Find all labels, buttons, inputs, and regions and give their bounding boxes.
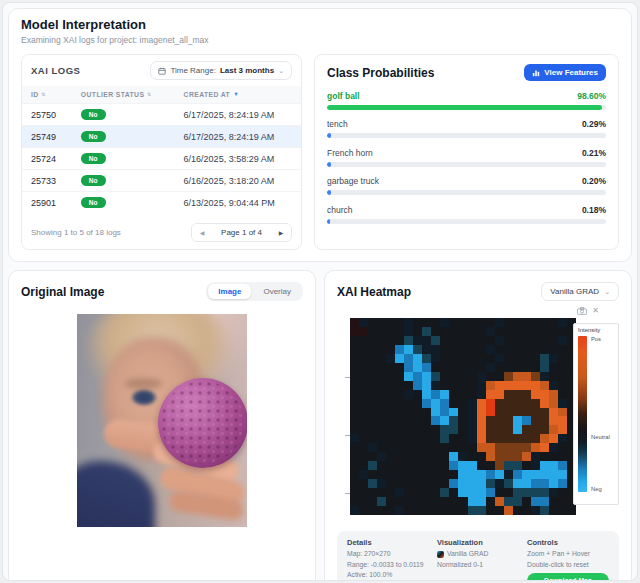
heatmap-cell — [495, 408, 504, 417]
heatmap-cell — [531, 416, 540, 425]
snapshot-camera-icon[interactable] — [577, 307, 587, 315]
column-header[interactable]: CREATED AT▼ — [175, 86, 301, 104]
view-features-button[interactable]: View Features — [524, 64, 606, 81]
time-range-button[interactable]: Time Range: Last 3 months ⌄ — [150, 61, 292, 80]
next-page-button[interactable]: ▶ — [271, 224, 291, 241]
heatmap-cell — [395, 479, 404, 488]
heatmap-cell — [377, 372, 386, 381]
heatmap-cell — [386, 470, 395, 479]
heatmap-cell — [458, 443, 467, 452]
heatmap-cell — [504, 506, 513, 515]
table-row[interactable]: 25749No6/17/2025, 8:24:19 AM — [22, 126, 301, 148]
tab-overlay[interactable]: Overlay — [253, 284, 301, 299]
column-header[interactable]: OUTLIER STATUS⇅ — [72, 86, 175, 104]
heatmap-cell — [513, 470, 522, 479]
table-row[interactable]: 25724No6/16/2025, 3:58:29 AM — [22, 148, 301, 170]
prev-page-button[interactable]: ◀ — [192, 224, 212, 241]
heatmap-cell — [440, 443, 449, 452]
heatmap-cell — [540, 363, 549, 372]
heatmap-cell — [558, 506, 567, 515]
heatmap-cell — [359, 345, 368, 354]
heatmap-cell — [458, 425, 467, 434]
heatmap-cell — [531, 336, 540, 345]
heatmap-cell — [350, 506, 359, 515]
heatmap-cell — [495, 470, 504, 479]
heatmap-cell — [395, 372, 404, 381]
app-frame: Model Interpretation Examining XAI logs … — [2, 2, 638, 581]
heatmap-cell — [368, 416, 377, 425]
status-badge: No — [81, 175, 106, 186]
download-map-button[interactable]: Download Map (.npy) — [527, 573, 609, 581]
heatmap-cell — [386, 425, 395, 434]
heatmap-cell — [386, 381, 395, 390]
tab-image[interactable]: Image — [208, 284, 251, 299]
heatmap-cell — [549, 345, 558, 354]
class-probabilities-panel: Class Probabilities View Features golf b… — [314, 54, 619, 250]
heatmap-cell — [350, 488, 359, 497]
class-label: golf ball — [327, 91, 360, 101]
heatmap-cell — [522, 336, 531, 345]
heatmap-cell — [431, 416, 440, 425]
heatmap-cell — [386, 416, 395, 425]
heatmap-cell — [368, 488, 377, 497]
heatmap-cell — [431, 363, 440, 372]
heatmap-cell — [440, 354, 449, 363]
heatmap-cell — [495, 461, 504, 470]
heatmap-colorbar: Intensity Pos Neutral Neg — [573, 323, 619, 505]
heatmap-cell — [486, 452, 495, 461]
heatmap-cell — [458, 434, 467, 443]
heatmap-cell — [477, 336, 486, 345]
status-badge: No — [81, 153, 106, 164]
heatmap-cell — [350, 399, 359, 408]
heatmap-cell — [431, 497, 440, 506]
heatmap-cell — [440, 372, 449, 381]
heatmap-cell — [359, 452, 368, 461]
log-created-at: 6/16/2025, 3:58:29 AM — [175, 148, 301, 170]
original-image-panel: Original Image ImageOverlay — [8, 270, 316, 581]
heatmap-cell — [531, 470, 540, 479]
table-row[interactable]: 25750No6/17/2025, 8:24:19 AM — [22, 104, 301, 126]
column-header[interactable]: ID⇅ — [22, 86, 72, 104]
heatmap-cell — [513, 354, 522, 363]
heatmap-cell — [377, 497, 386, 506]
heatmap-cell — [431, 470, 440, 479]
heatmap-plot-area[interactable]: ✕ Intensity Pos Neutral Neg — [337, 305, 619, 523]
heatmap-cell — [549, 443, 558, 452]
heatmap-cell — [449, 461, 458, 470]
heatmap-cell — [377, 318, 386, 327]
heatmap-cell — [386, 461, 395, 470]
heatmap-cell — [540, 399, 549, 408]
heatmap-grid[interactable] — [350, 318, 576, 515]
heatmap-cell — [404, 461, 413, 470]
table-row[interactable]: 25733No6/16/2025, 3:18:20 AM — [22, 170, 301, 192]
heatmap-cell — [431, 399, 440, 408]
heatmap-cell — [350, 318, 359, 327]
close-icon[interactable]: ✕ — [592, 307, 599, 315]
heatmap-cell — [495, 488, 504, 497]
heatmap-cell — [504, 381, 513, 390]
visualization-column: Visualization Vanilla GRAD Normalized 0-… — [437, 538, 519, 581]
heatmap-cell — [468, 470, 477, 479]
heatmap-cell — [477, 506, 486, 515]
heatmap-cell — [540, 345, 549, 354]
heatmap-cell — [359, 390, 368, 399]
heatmap-cell — [413, 408, 422, 417]
heatmap-cell — [513, 497, 522, 506]
heatmap-cell — [458, 488, 467, 497]
heatmap-cell — [477, 470, 486, 479]
heatmap-cell — [386, 408, 395, 417]
heatmap-cell — [549, 318, 558, 327]
heatmap-method-select[interactable]: Vanilla GRAD ⌄ — [541, 282, 619, 301]
xai-heatmap-title: XAI Heatmap — [337, 285, 411, 299]
table-row[interactable]: 25901No6/13/2025, 9:04:44 PM — [22, 192, 301, 214]
model-interpretation-section: Model Interpretation Examining XAI logs … — [8, 8, 632, 262]
heatmap-cell — [395, 336, 404, 345]
heatmap-cell — [368, 363, 377, 372]
heatmap-cell — [368, 327, 377, 336]
heatmap-cell — [477, 399, 486, 408]
heatmap-cell — [350, 416, 359, 425]
heatmap-cell — [468, 416, 477, 425]
heatmap-cell — [495, 506, 504, 515]
heatmap-cell — [377, 354, 386, 363]
heatmap-cell — [359, 381, 368, 390]
